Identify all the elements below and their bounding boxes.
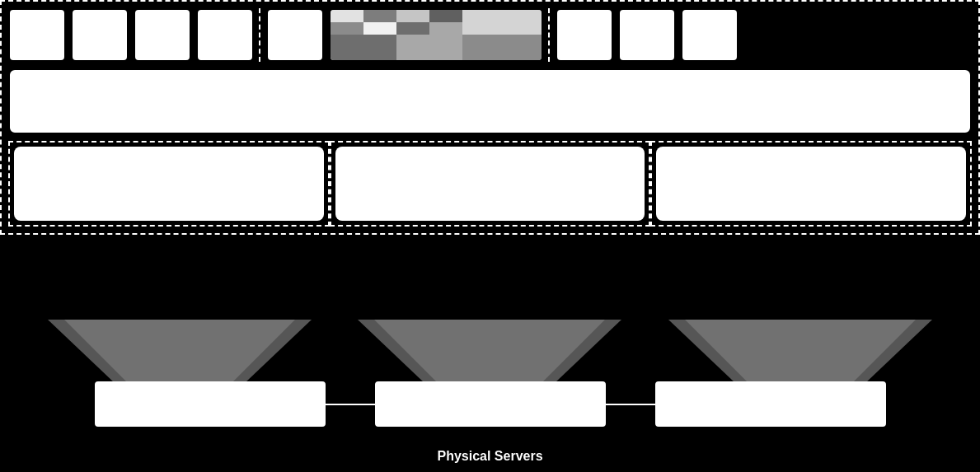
medium-box-3 — [656, 147, 966, 221]
server-connector-2 — [606, 404, 655, 405]
small-box-right-3 — [681, 8, 739, 62]
col-section-3 — [650, 141, 972, 227]
col-section-2 — [330, 141, 651, 227]
main-diagram: Physical Servers — [0, 0, 980, 472]
small-box-2 — [71, 8, 129, 62]
server-box-2 — [375, 381, 606, 427]
server-box-1 — [95, 381, 326, 427]
middle-group — [266, 8, 972, 62]
medium-box-2 — [335, 147, 645, 221]
svg-rect-14 — [331, 10, 543, 62]
top-row — [8, 8, 972, 62]
column-separator-1 — [259, 8, 261, 62]
small-box-3 — [134, 8, 191, 62]
medium-row — [8, 141, 972, 227]
physical-servers-label: Physical Servers — [0, 449, 980, 464]
small-box-right-2 — [618, 8, 676, 62]
bottom-section: Physical Servers — [0, 320, 980, 472]
middle-small-box — [266, 8, 324, 62]
small-box-right-1 — [556, 8, 613, 62]
server-connector-1 — [326, 404, 375, 405]
small-box-1 — [8, 8, 66, 62]
column-separator-2 — [548, 8, 551, 62]
small-box-4 — [196, 8, 254, 62]
wide-box — [8, 68, 972, 134]
grayscale-image-box — [329, 8, 543, 62]
physical-servers-row — [0, 381, 980, 427]
medium-box-1 — [14, 147, 324, 221]
server-box-3 — [655, 381, 886, 427]
col-section-1 — [8, 141, 330, 227]
